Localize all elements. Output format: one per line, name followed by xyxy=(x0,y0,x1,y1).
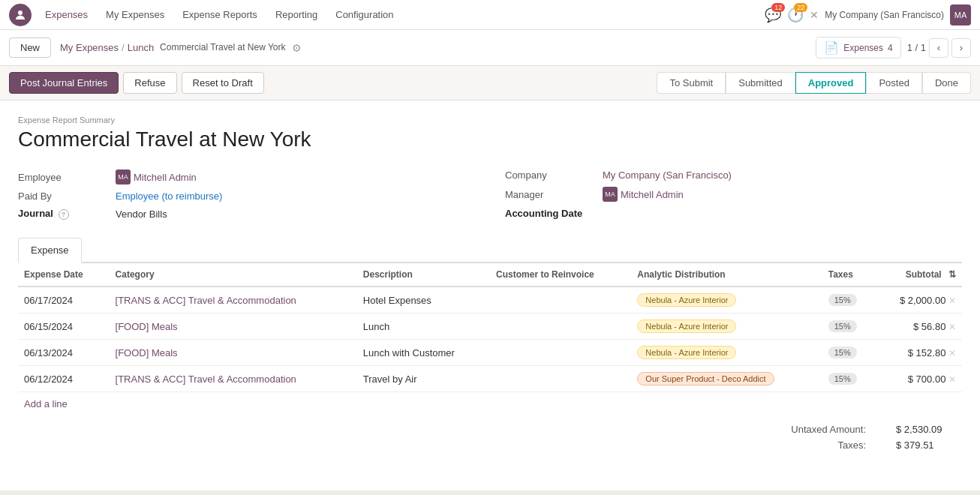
cell-analytic[interactable]: Nebula - Azure Interior xyxy=(631,286,822,314)
cell-date: 06/17/2024 xyxy=(18,286,110,314)
manager-label: Manager xyxy=(505,189,603,200)
breadcrumb-my-expenses[interactable]: My Expenses xyxy=(60,42,119,53)
expense-table-body: 06/17/2024 [TRANS & ACC] Travel & Accomm… xyxy=(18,286,962,392)
cell-date: 06/12/2024 xyxy=(18,366,110,392)
nav-item-configuration[interactable]: Configuration xyxy=(328,4,401,25)
nav-item-expense-reports[interactable]: Expense Reports xyxy=(175,4,265,25)
cell-customer xyxy=(490,286,631,314)
status-approved[interactable]: Approved xyxy=(795,72,867,94)
new-button[interactable]: New xyxy=(9,38,51,58)
cell-analytic[interactable]: Nebula - Azure Interior xyxy=(631,314,822,340)
journal-help-icon[interactable]: ? xyxy=(59,209,69,220)
status-flow: To Submit Submitted Approved Posted Done xyxy=(657,72,971,94)
journal-field-row: Journal ? Vendor Bills xyxy=(18,205,475,223)
table-row: 06/13/2024 [FOOD] Meals Lunch with Custo… xyxy=(18,340,962,366)
report-summary-label: Expense Report Summary xyxy=(18,116,962,124)
reset-draft-button[interactable]: Reset to Draft xyxy=(182,72,264,94)
status-to-submit[interactable]: To Submit xyxy=(657,72,726,94)
col-header-analytic: Analytic Distribution xyxy=(631,263,822,286)
table-row: 06/12/2024 [TRANS & ACC] Travel & Accomm… xyxy=(18,366,962,392)
journal-value[interactable]: Vendor Bills xyxy=(116,208,167,220)
expense-count-label: Expenses xyxy=(843,43,883,53)
close-icon[interactable]: ✕ xyxy=(810,9,819,21)
cell-description: Hotel Expenses xyxy=(357,286,490,314)
cell-category[interactable]: [TRANS & ACC] Travel & Accommodation xyxy=(110,366,357,392)
header-bar: New My Expenses / Lunch Commercial Trave… xyxy=(0,30,980,66)
cell-analytic[interactable]: Nebula - Azure Interior xyxy=(631,340,822,366)
main-content: Expense Report Summary Commercial Travel… xyxy=(0,100,980,490)
col-header-customer: Customer to Reinvoice xyxy=(490,263,631,286)
untaxed-label: Untaxed Amount: xyxy=(791,424,866,435)
untaxed-amount-row: Untaxed Amount: $ 2,530.09 xyxy=(791,422,956,437)
post-journal-button[interactable]: Post Journal Entries xyxy=(9,72,119,94)
taxes-value: $ 379.51 xyxy=(896,440,956,451)
paid-by-value[interactable]: Employee (to reimburse) xyxy=(116,190,222,202)
taxes-row: Taxes: $ 379.51 xyxy=(791,437,956,453)
document-icon: 📄 xyxy=(824,40,839,55)
company-name[interactable]: My Company (San Francisco) xyxy=(825,10,944,20)
col-header-taxes: Taxes xyxy=(822,263,874,286)
nav-right-section: 💬 12 🕐 22 ✕ My Company (San Francisco) M… xyxy=(765,4,971,26)
accounting-date-field-row: Accounting Date xyxy=(505,205,962,222)
pagination-text: 1 / 1 xyxy=(907,42,926,53)
refuse-button[interactable]: Refuse xyxy=(123,72,176,94)
col-header-category: Category xyxy=(110,263,357,286)
chat-notification[interactable]: 💬 12 xyxy=(765,7,781,23)
employee-value[interactable]: Mitchell Admin xyxy=(134,172,197,183)
status-done[interactable]: Done xyxy=(922,72,971,94)
settings-icon[interactable]: ⚙ xyxy=(292,42,302,54)
company-field-row: Company My Company (San Francisco) xyxy=(505,166,962,184)
delete-row-icon[interactable]: ✕ xyxy=(948,296,956,306)
breadcrumb-separator: / xyxy=(122,42,125,53)
cell-customer xyxy=(490,314,631,340)
top-navigation: Expenses My Expenses Expense Reports Rep… xyxy=(0,0,980,30)
taxes-label: Taxes: xyxy=(837,440,866,451)
tab-bar: Expense xyxy=(18,238,962,263)
company-value[interactable]: My Company (San Francisco) xyxy=(603,170,732,181)
cell-subtotal: $ 700.00 ✕ xyxy=(874,366,962,392)
employee-field-row: Employee MA Mitchell Admin xyxy=(18,166,475,188)
nav-item-expenses[interactable]: Expenses xyxy=(38,4,95,25)
prev-page-button[interactable]: ‹ xyxy=(929,38,948,58)
app-logo xyxy=(9,4,32,26)
delete-row-icon[interactable]: ✕ xyxy=(948,374,956,385)
expense-count-box[interactable]: 📄 Expenses 4 xyxy=(816,37,900,58)
right-fields: Company My Company (San Francisco) Manag… xyxy=(505,166,962,223)
nav-item-my-expenses[interactable]: My Expenses xyxy=(98,4,172,25)
col-header-description: Description xyxy=(357,263,490,286)
manager-value[interactable]: Mitchell Admin xyxy=(621,189,684,200)
cell-taxes: 15% xyxy=(822,314,874,340)
report-title: Commercial Travel at New York xyxy=(18,128,962,152)
status-submitted[interactable]: Submitted xyxy=(726,72,795,94)
cell-category[interactable]: [FOOD] Meals xyxy=(110,340,357,366)
delete-row-icon[interactable]: ✕ xyxy=(948,348,956,358)
manager-avatar: MA xyxy=(603,187,618,202)
cell-description: Lunch xyxy=(357,314,490,340)
cell-subtotal: $ 2,000.00 ✕ xyxy=(874,286,962,314)
breadcrumb-current: Commercial Travel at New York xyxy=(160,42,285,52)
cell-taxes: 15% xyxy=(822,366,874,392)
totals-section: Untaxed Amount: $ 2,530.09 Taxes: $ 379.… xyxy=(18,416,962,453)
chat-badge-count: 12 xyxy=(771,3,785,12)
svg-point-0 xyxy=(18,10,23,15)
cell-category[interactable]: [FOOD] Meals xyxy=(110,314,357,340)
table-row: 06/15/2024 [FOOD] Meals Lunch Nebula - A… xyxy=(18,314,962,340)
cell-date: 06/15/2024 xyxy=(18,314,110,340)
status-posted[interactable]: Posted xyxy=(866,72,921,94)
cell-analytic[interactable]: Our Super Product - Deco Addict xyxy=(631,366,822,392)
add-line-button[interactable]: Add a line xyxy=(18,392,74,416)
company-label: Company xyxy=(505,170,603,181)
delete-row-icon[interactable]: ✕ xyxy=(948,322,956,332)
next-page-button[interactable]: › xyxy=(951,38,971,58)
user-avatar[interactable]: MA xyxy=(950,4,971,26)
cell-category[interactable]: [TRANS & ACC] Travel & Accommodation xyxy=(110,286,357,314)
subtotal-sort-icon[interactable]: ⇅ xyxy=(948,269,956,280)
nav-item-reporting[interactable]: Reporting xyxy=(268,4,325,25)
activity-notification[interactable]: 🕐 22 xyxy=(787,7,804,23)
tab-expense[interactable]: Expense xyxy=(18,238,82,263)
breadcrumb-lunch[interactable]: Lunch xyxy=(128,42,154,53)
expense-table: Expense Date Category Description Custom… xyxy=(18,263,962,392)
paid-by-field-row: Paid By Employee (to reimburse) xyxy=(18,188,475,205)
cell-date: 06/13/2024 xyxy=(18,340,110,366)
employee-label: Employee xyxy=(18,172,116,183)
